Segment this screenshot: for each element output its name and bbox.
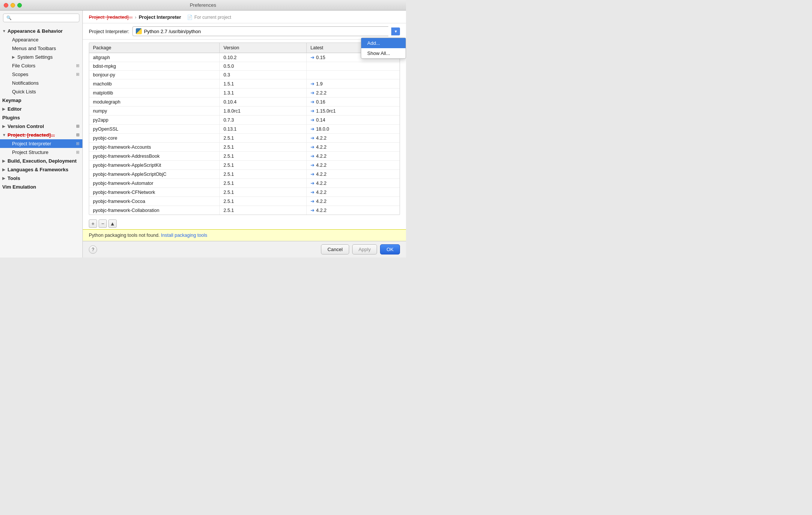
sidebar-item-plugins[interactable]: Plugins (0, 113, 82, 122)
table-row[interactable]: pyobjc-framework-CFNetwork2.5.1➜4.2.2 (89, 188, 400, 197)
sidebar-item-label: Menus and Toolbars (12, 46, 56, 51)
table-row[interactable]: py2app0.7.3➜0.14 (89, 116, 400, 125)
version-cell: 1.8.0rc1 (220, 107, 307, 116)
latest-cell: ➜4.2.2 (307, 143, 400, 152)
table-row[interactable]: macholib1.5.1➜1.9 (89, 79, 400, 88)
package-cell: py2app (89, 116, 220, 125)
table-row[interactable]: modulegraph0.10.4➜0.16 (89, 98, 400, 107)
sidebar-item-tools[interactable]: ▶ Tools (0, 174, 82, 183)
table-row[interactable]: pyobjc-framework-Automator2.5.1➜4.2.2 (89, 179, 400, 188)
table-row[interactable]: pyobjc-framework-CoreData2.5.1➜4.2.2 (89, 215, 400, 215)
minimize-button[interactable] (11, 3, 15, 8)
dropdown-item-add[interactable]: Add... (361, 38, 406, 48)
interpreter-value: Python 2.7 /usr/bin/python (144, 29, 201, 34)
latest-cell: ➜4.2.2 (307, 206, 400, 215)
help-button[interactable]: ? (89, 245, 97, 254)
chevron-right-icon: ▶ (2, 168, 7, 172)
upgrade-arrow-icon: ➜ (310, 208, 315, 213)
sidebar-item-label: Build, Execution, Deployment (8, 158, 76, 164)
package-cell: macholib (89, 79, 220, 88)
version-cell: 2.5.1 (220, 197, 307, 206)
sidebar: 🔍 ▼ Appearance & Behavior Appearance Men… (0, 11, 83, 258)
version-cell: 0.7.3 (220, 116, 307, 125)
version-cell: 0.10.2 (220, 53, 307, 62)
ok-button[interactable]: OK (380, 244, 400, 254)
move-package-button[interactable]: ▲ (108, 219, 117, 228)
install-packaging-tools-link[interactable]: Install packaging tools (161, 233, 207, 238)
maximize-button[interactable] (17, 3, 22, 8)
latest-cell (307, 62, 400, 71)
sidebar-nav: ▼ Appearance & Behavior Appearance Menus… (0, 25, 82, 258)
sidebar-item-vim-emulation[interactable]: Vim Emulation (0, 183, 82, 191)
cancel-button[interactable]: Cancel (321, 244, 349, 254)
breadcrumb-bar: Project: [redacted]... › Project Interpr… (83, 11, 406, 23)
col-header-version: Version (220, 43, 307, 53)
interpreter-dropdown-button[interactable]: ▼ (391, 27, 400, 35)
sidebar-item-scopes[interactable]: Scopes ⊞ (0, 70, 82, 79)
upgrade-arrow-icon: ➜ (310, 126, 315, 132)
sidebar-item-keymap[interactable]: Keymap (0, 96, 82, 105)
sidebar-item-languages-frameworks[interactable]: ▶ Languages & Frameworks (0, 165, 82, 174)
latest-cell: ➜4.2.2 (307, 188, 400, 197)
latest-cell: ➜0.16 (307, 98, 400, 107)
sidebar-item-build-execution[interactable]: ▶ Build, Execution, Deployment (0, 157, 82, 165)
sidebar-item-editor[interactable]: ▶ Editor (0, 105, 82, 113)
table-row[interactable]: pyobjc-framework-AddressBook2.5.1➜4.2.2 (89, 152, 400, 161)
table-row[interactable]: matplotlib1.3.1➜2.2.2 (89, 88, 400, 98)
table-row[interactable]: bonjour-py0.3 (89, 71, 400, 79)
package-cell: pyOpenSSL (89, 125, 220, 134)
sidebar-item-appearance-behavior[interactable]: ▼ Appearance & Behavior (0, 27, 82, 35)
table-row[interactable]: pyobjc-framework-AppleScriptObjC2.5.1➜4.… (89, 170, 400, 179)
sidebar-item-notifications[interactable]: Notifications (0, 79, 82, 87)
table-row[interactable]: pyobjc-framework-Cocoa2.5.1➜4.2.2 (89, 197, 400, 206)
latest-cell (307, 71, 400, 79)
table-row[interactable]: pyobjc-framework-Collaboration2.5.1➜4.2.… (89, 206, 400, 215)
latest-cell: ➜4.2.2 (307, 179, 400, 188)
table-row[interactable]: pyobjc-framework-AppleScriptKit2.5.1➜4.2… (89, 161, 400, 170)
table-row[interactable]: bdist-mpkg0.5.0 (89, 62, 400, 71)
dropdown-item-show-all[interactable]: Show All... (361, 48, 406, 58)
version-cell: 2.5.1 (220, 206, 307, 215)
sidebar-item-label: System Settings (17, 54, 53, 60)
remove-package-button[interactable]: − (99, 219, 107, 228)
table-row[interactable]: pyobjc-core2.5.1➜4.2.2 (89, 134, 400, 143)
package-cell: pyobjc-framework-Accounts (89, 143, 220, 152)
sidebar-item-label: Scopes (12, 72, 28, 77)
close-button[interactable] (4, 3, 8, 8)
sidebar-item-label: Version Control (8, 123, 44, 129)
table-row[interactable]: pyOpenSSL0.13.1➜18.0.0 (89, 125, 400, 134)
table-row[interactable]: altgraph0.10.2➜0.15 (89, 53, 400, 62)
sidebar-item-label: Project Interpreter (12, 141, 51, 146)
sidebar-item-label: Quick Lists (12, 89, 36, 94)
latest-cell: ➜4.2.2 (307, 215, 400, 215)
table-row[interactable]: pyobjc-framework-Accounts2.5.1➜4.2.2 (89, 143, 400, 152)
title-bar: Preferences (0, 0, 406, 11)
sidebar-item-menus-toolbars[interactable]: Menus and Toolbars (0, 44, 82, 53)
bottom-bar: ? Cancel Apply OK (83, 241, 406, 258)
sidebar-item-project[interactable]: ▼ Project: [redacted]... ⊞ (0, 131, 82, 139)
sidebar-item-project-interpreter[interactable]: Project Interpreter ⊞ (0, 139, 82, 148)
latest-cell: ➜4.2.2 (307, 152, 400, 161)
sidebar-item-system-settings[interactable]: ▶ System Settings (0, 53, 82, 61)
version-cell: 0.3 (220, 71, 307, 79)
sidebar-item-label: Plugins (2, 115, 20, 120)
search-box[interactable]: 🔍 (3, 14, 79, 22)
sidebar-item-appearance[interactable]: Appearance (0, 35, 82, 44)
sidebar-item-version-control[interactable]: ▶ Version Control ⊞ (0, 122, 82, 131)
upgrade-arrow-icon: ➜ (310, 55, 315, 60)
table-toolbar: + − ▲ (83, 218, 406, 229)
add-package-button[interactable]: + (89, 219, 97, 228)
apply-button[interactable]: Apply (352, 244, 377, 254)
sidebar-item-quick-lists[interactable]: Quick Lists (0, 87, 82, 96)
sidebar-item-project-structure[interactable]: Project Structure ⊞ (0, 148, 82, 157)
table-body: altgraph0.10.2➜0.15bdist-mpkg0.5.0bonjou… (89, 53, 400, 215)
sidebar-item-file-colors[interactable]: File Colors ⊞ (0, 61, 82, 70)
package-cell: pyobjc-framework-AppleScriptObjC (89, 170, 220, 179)
table-row[interactable]: numpy1.8.0rc1➜1.15.0rc1 (89, 107, 400, 116)
version-cell: 1.5.1 (220, 79, 307, 88)
package-cell: bonjour-py (89, 71, 220, 79)
breadcrumb-current: Project Interpreter (139, 14, 181, 20)
interpreter-select[interactable]: Python 2.7 /usr/bin/python (132, 26, 388, 36)
upgrade-arrow-icon: ➜ (310, 199, 315, 204)
breadcrumb-note-text: For current project (194, 15, 231, 20)
